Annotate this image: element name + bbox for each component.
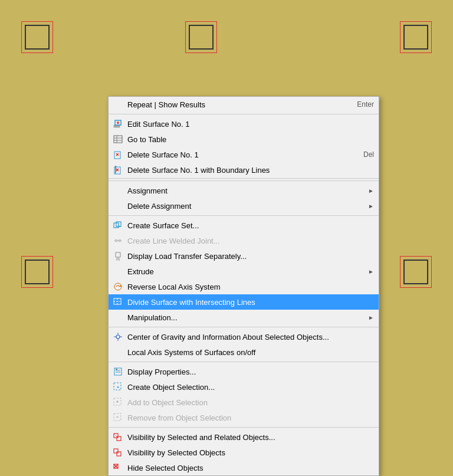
create-line-welded-label: Create Line Welded Joint... xyxy=(127,237,374,245)
menu-item-create-line-welded[interactable]: Create Line Welded Joint... xyxy=(109,233,379,248)
remove-from-object-selection-icon xyxy=(112,412,124,424)
corner-square-middle-right xyxy=(403,260,428,284)
reverse-local-axis-icon xyxy=(112,281,124,293)
delete-surface-boundary-label: Delete Surface No. 1 with Boundary Lines xyxy=(127,166,374,175)
separator-4 xyxy=(109,327,379,327)
local-axis-systems-icon xyxy=(112,346,124,358)
corner-square-middle-left xyxy=(25,260,50,284)
menu-item-hide-selected[interactable]: Hide Selected Objects xyxy=(109,460,379,475)
menu-item-extrude[interactable]: Extrude ► xyxy=(109,264,379,279)
delete-surface-icon xyxy=(112,149,124,160)
menu-item-create-surface-set[interactable]: + Create Surface Set... xyxy=(109,218,379,233)
separator-1 xyxy=(109,114,379,114)
display-load-transfer-label: Display Load Transfer Separately... xyxy=(127,252,374,261)
separator-5 xyxy=(109,362,379,362)
menu-item-edit-surface[interactable]: Edit Surface No. 1 xyxy=(109,116,379,132)
manipulation-label: Manipulation... xyxy=(127,313,363,322)
go-to-table-icon xyxy=(112,133,124,145)
visibility-selected-icon xyxy=(112,447,124,458)
menu-item-display-properties[interactable]: Display Properties... xyxy=(109,364,379,379)
svg-text:+: + xyxy=(117,385,120,390)
svg-rect-4 xyxy=(114,136,122,143)
svg-point-30 xyxy=(116,335,120,339)
create-line-welded-icon xyxy=(112,235,124,247)
repeat-show-results-shortcut: Enter xyxy=(357,100,374,109)
svg-rect-49 xyxy=(114,449,118,453)
menu-item-reverse-local-axis[interactable]: Reverse Local Axis System xyxy=(109,279,379,294)
delete-surface-shortcut: Del xyxy=(363,150,374,159)
delete-assignment-label: Delete Assignment xyxy=(127,202,363,211)
extrude-icon xyxy=(112,265,124,277)
menu-item-delete-assignment[interactable]: Delete Assignment ► xyxy=(109,198,379,214)
separator-3 xyxy=(109,215,379,216)
create-object-selection-icon: + xyxy=(112,381,124,393)
menu-item-create-object-selection[interactable]: + Create Object Selection... xyxy=(109,379,379,395)
svg-marker-21 xyxy=(116,252,120,257)
local-axis-systems-label: Local Axis Systems of Surfaces on/off xyxy=(127,348,374,357)
remove-from-object-selection-label: Remove from Object Selection xyxy=(127,413,374,422)
menu-item-repeat-show-results[interactable]: Repeat | Show Results Enter xyxy=(109,97,379,112)
menu-item-manipulation[interactable]: Manipulation... ► xyxy=(109,310,379,325)
repeat-show-results-icon xyxy=(112,99,124,110)
display-properties-icon xyxy=(112,366,124,377)
create-object-selection-label: Create Object Selection... xyxy=(127,383,374,392)
create-surface-set-icon: + xyxy=(112,219,124,231)
display-properties-label: Display Properties... xyxy=(127,367,374,376)
svg-rect-50 xyxy=(117,452,121,456)
menu-item-divide-surface[interactable]: Divide Surface with Intersecting Lines xyxy=(109,294,379,310)
corner-square-top-middle xyxy=(189,25,214,50)
svg-text:+: + xyxy=(117,224,120,229)
hide-selected-icon xyxy=(112,462,124,474)
reverse-local-axis-label: Reverse Local Axis System xyxy=(127,283,374,291)
menu-item-remove-from-object-selection[interactable]: Remove from Object Selection xyxy=(109,410,379,425)
add-to-object-selection-icon xyxy=(112,396,124,408)
manipulation-arrow: ► xyxy=(368,314,374,321)
divide-surface-icon xyxy=(112,296,124,308)
manipulation-icon xyxy=(112,311,124,323)
menu-item-delete-surface-boundary[interactable]: Delete Surface No. 1 with Boundary Lines xyxy=(109,162,379,179)
hide-selected-label: Hide Selected Objects xyxy=(127,464,374,472)
go-to-table-label: Go to Table xyxy=(127,135,374,144)
assignment-arrow: ► xyxy=(368,188,374,194)
menu-item-go-to-table[interactable]: Go to Table xyxy=(109,132,379,147)
separator-2 xyxy=(109,180,379,181)
delete-assignment-arrow: ► xyxy=(368,203,374,209)
delete-assignment-icon xyxy=(112,200,124,212)
center-gravity-label: Center of Gravity and Information About … xyxy=(127,333,374,342)
create-surface-set-label: Create Surface Set... xyxy=(127,221,374,230)
divide-surface-label: Divide Surface with Intersecting Lines xyxy=(127,298,374,307)
corner-square-top-right xyxy=(403,25,428,50)
context-menu: Repeat | Show Results Enter Edit Surface… xyxy=(108,96,379,476)
visibility-related-icon xyxy=(112,431,124,443)
svg-marker-1 xyxy=(115,120,121,125)
canvas-background: Repeat | Show Results Enter Edit Surface… xyxy=(0,0,453,476)
delete-surface-label: Delete Surface No. 1 xyxy=(127,150,363,159)
menu-item-visibility-selected[interactable]: Visibility by Selected Objects xyxy=(109,445,379,460)
extrude-label: Extrude xyxy=(127,267,363,276)
menu-item-visibility-related[interactable]: Visibility by Selected and Related Objec… xyxy=(109,429,379,445)
svg-line-48 xyxy=(114,434,118,438)
assignment-icon xyxy=(112,185,124,196)
display-load-transfer-icon xyxy=(112,250,124,262)
delete-surface-boundary-icon xyxy=(112,164,124,176)
add-to-object-selection-label: Add to Object Selection xyxy=(127,398,374,407)
separator-6 xyxy=(109,427,379,428)
menu-item-center-gravity[interactable]: Center of Gravity and Information About … xyxy=(109,329,379,344)
edit-surface-label: Edit Surface No. 1 xyxy=(127,120,374,129)
svg-rect-35 xyxy=(114,368,122,375)
corner-square-top-left xyxy=(25,25,50,50)
menu-item-local-axis-systems[interactable]: Local Axis Systems of Surfaces on/off xyxy=(109,344,379,360)
assignment-label: Assignment xyxy=(127,186,363,195)
edit-surface-icon xyxy=(112,118,124,130)
center-gravity-icon xyxy=(112,331,124,343)
visibility-related-label: Visibility by Selected and Related Objec… xyxy=(127,433,374,442)
menu-item-delete-surface[interactable]: Delete Surface No. 1 Del xyxy=(109,147,379,162)
menu-item-assignment[interactable]: Assignment ► xyxy=(109,183,379,198)
menu-item-display-load-transfer[interactable]: Display Load Transfer Separately... xyxy=(109,248,379,264)
visibility-selected-label: Visibility by Selected Objects xyxy=(127,448,374,457)
extrude-arrow: ► xyxy=(368,268,374,275)
repeat-show-results-label: Repeat | Show Results xyxy=(127,100,357,109)
menu-item-add-to-object-selection[interactable]: Add to Object Selection xyxy=(109,395,379,410)
